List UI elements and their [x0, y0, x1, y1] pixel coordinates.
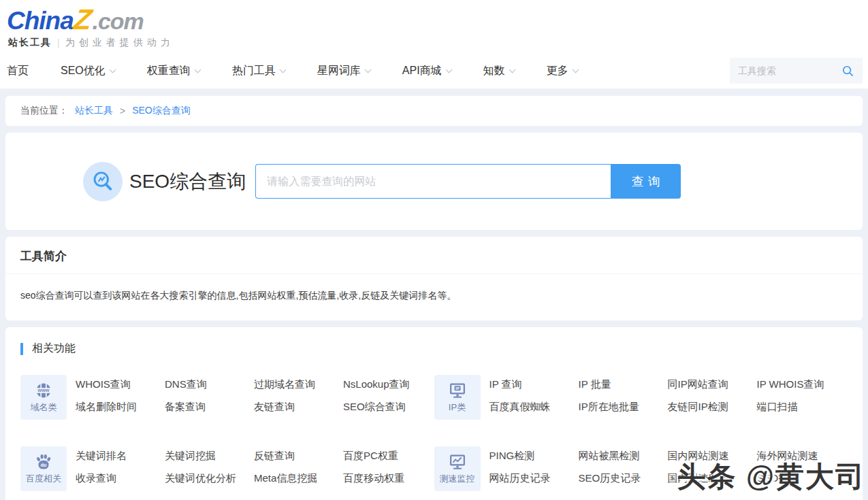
related-link[interactable]: 收录查询: [76, 472, 156, 485]
tool-search-input[interactable]: [738, 65, 841, 76]
chevron-down-icon: [572, 66, 579, 73]
group-baidu: du 百度相关 关键词排名收录查询 关键词挖掘关键词优化分析 反链查询Meta信…: [20, 446, 434, 491]
related-link[interactable]: 反链查询: [254, 450, 334, 463]
related-link[interactable]: 关键词挖掘: [165, 450, 245, 463]
tagline-separator: |: [57, 37, 60, 48]
related-link[interactable]: 关键词优化分析: [165, 472, 245, 485]
related-functions-heading: 相关功能: [20, 341, 848, 356]
related-link[interactable]: SEO历史记录: [579, 472, 659, 485]
nav-item-hot-tools[interactable]: 热门工具: [232, 64, 285, 78]
monitor-ip-icon: IP: [449, 382, 466, 399]
tool-search-box: [730, 58, 863, 84]
related-link[interactable]: 域名删除时间: [76, 401, 156, 414]
chevron-down-icon: [109, 66, 116, 73]
logo-text-china: China: [7, 7, 74, 35]
chevron-down-icon: [194, 66, 201, 73]
related-link[interactable]: PING检测: [489, 450, 570, 463]
related-link[interactable]: IP所在地批量: [579, 401, 659, 414]
page-title: SEO综合查询: [129, 169, 246, 195]
related-link[interactable]: 备案查询: [165, 401, 245, 414]
related-link[interactable]: DNS查询: [165, 378, 245, 391]
chevron-down-icon: [279, 66, 286, 73]
nav-item-xingwang-lexicon[interactable]: 星网词库: [317, 64, 370, 78]
brand-tagline: 站长工具 | 为创业者提供动力: [8, 37, 868, 49]
category-baidu[interactable]: du 百度相关: [20, 446, 67, 491]
related-link[interactable]: IP 查询: [489, 378, 570, 391]
nav-item-label: 首页: [7, 64, 29, 78]
breadcrumb: 当前位置： 站长工具 > SEO综合查询: [5, 96, 863, 126]
category-label: 测速监控: [440, 473, 475, 485]
group-domain: www 域名类 WHOIS查询域名删除时间 DNS查询备案查询 过期域名查询友链…: [20, 375, 434, 420]
seo-query-panel: SEO综合查询 查询: [5, 133, 863, 230]
category-label: IP类: [449, 401, 466, 414]
related-link[interactable]: 端口扫描: [757, 401, 841, 414]
related-link[interactable]: 同IP网站查询: [668, 378, 748, 391]
related-link[interactable]: IP 批量: [579, 378, 659, 391]
related-link[interactable]: SEO综合查询: [343, 401, 428, 414]
related-link[interactable]: NsLookup查询: [343, 378, 428, 391]
svg-text:www: www: [37, 387, 50, 393]
breadcrumb-separator: >: [120, 105, 125, 116]
category-speed-monitor[interactable]: 测速监控: [434, 446, 481, 491]
chinaz-logo[interactable]: ChinaZ.com: [7, 5, 868, 34]
heading-accent-bar: [20, 343, 23, 355]
related-link[interactable]: 过期域名查询: [254, 378, 334, 391]
nav-item-seo[interactable]: SEO优化: [61, 64, 115, 78]
nav-item-api-mall[interactable]: API商城: [402, 64, 451, 78]
svg-text:IP: IP: [455, 386, 460, 390]
related-link[interactable]: 网站历史记录: [489, 472, 570, 485]
watermark: 头条 @黄大司: [677, 458, 865, 496]
site-header: ChinaZ.com 站长工具 | 为创业者提供动力 首页 SEO优化 权重查询…: [0, 0, 868, 89]
nav-item-label: API商城: [402, 64, 442, 78]
related-link[interactable]: 百度真假蜘蛛: [489, 401, 570, 414]
baidu-paw-icon: du: [35, 453, 52, 471]
nav-item-label: 更多: [547, 64, 568, 78]
related-link[interactable]: WHOIS查询: [76, 378, 156, 391]
chevron-down-icon: [509, 66, 515, 73]
logo-text-z: Z: [72, 5, 94, 34]
query-submit-button[interactable]: 查询: [611, 164, 681, 199]
nav-item-label: 星网词库: [317, 64, 361, 78]
category-ip[interactable]: IP IP类: [434, 375, 481, 420]
breadcrumb-link-seo-query[interactable]: SEO综合查询: [132, 105, 191, 117]
related-link[interactable]: 友链查询: [254, 401, 334, 414]
chevron-down-icon: [364, 66, 371, 73]
category-domain[interactable]: www 域名类: [20, 375, 67, 420]
svg-text:du: du: [41, 462, 47, 467]
chevron-down-icon: [445, 66, 452, 73]
related-link[interactable]: 关键词排名: [76, 450, 156, 463]
main-nav: 首页 SEO优化 权重查询 热门工具 星网词库 API商城 知数 更多: [0, 53, 868, 89]
tool-intro-section: 工具简介 seo综合查询可以查到该网站在各大搜索引擎的信息,包括网站权重,预估流…: [5, 237, 863, 320]
tagline-right: 为创业者提供动力: [65, 37, 174, 49]
website-query-input[interactable]: [255, 164, 611, 199]
nav-item-label: SEO优化: [61, 64, 106, 78]
related-link[interactable]: IP WHOIS查询: [757, 378, 841, 391]
group-ip: IP IP类 IP 查询百度真假蜘蛛 IP 批量IP所在地批量 同IP网站查询友…: [434, 375, 848, 420]
nav-item-label: 知数: [483, 64, 505, 78]
speed-monitor-icon: [449, 453, 466, 471]
nav-item-label: 热门工具: [232, 64, 276, 78]
tool-intro-description: seo综合查询可以查到该网站在各大搜索引擎的信息,包括网站权重,预估流量,收录,…: [5, 274, 863, 320]
breadcrumb-link-webmaster-tools[interactable]: 站长工具: [75, 105, 113, 117]
search-icon[interactable]: [841, 65, 854, 78]
nav-item-label: 权重查询: [147, 64, 191, 78]
seo-query-icon: [83, 162, 123, 201]
nav-item-more[interactable]: 更多: [547, 64, 578, 78]
nav-item-home[interactable]: 首页: [7, 64, 29, 78]
category-label: 域名类: [31, 401, 57, 414]
nav-item-zhishu[interactable]: 知数: [483, 64, 515, 78]
category-label: 百度相关: [26, 473, 61, 485]
related-link[interactable]: Meta信息挖掘: [254, 472, 334, 485]
tagline-left: 站长工具: [8, 37, 52, 49]
related-link[interactable]: 网站被黑检测: [579, 450, 659, 463]
related-link[interactable]: 友链同IP检测: [668, 401, 748, 414]
related-link[interactable]: 百度移动权重: [343, 472, 428, 485]
related-functions-title: 相关功能: [32, 341, 76, 356]
globe-www-icon: www: [35, 382, 52, 399]
nav-item-weight-query[interactable]: 权重查询: [147, 64, 200, 78]
breadcrumb-prefix: 当前位置：: [20, 105, 68, 117]
tool-intro-heading: 工具简介: [5, 237, 863, 274]
related-link[interactable]: 百度PC权重: [343, 450, 428, 463]
logo-text-com: .com: [92, 8, 143, 34]
